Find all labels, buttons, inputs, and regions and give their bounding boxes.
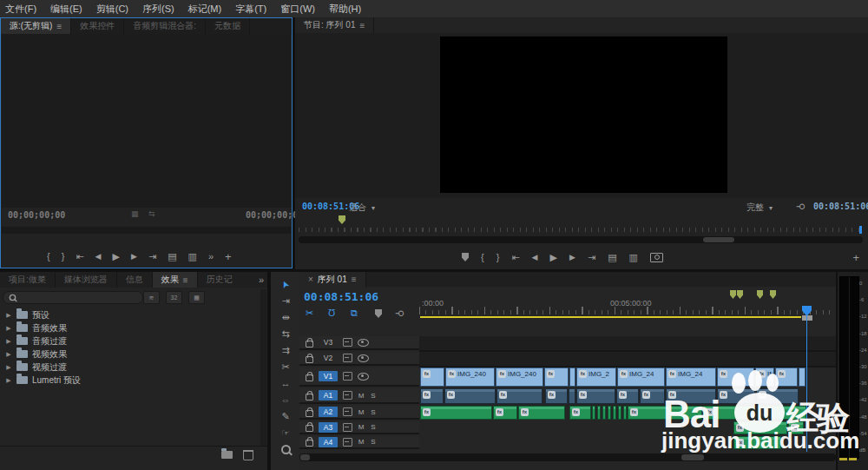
sequence-marker-icon[interactable]	[737, 290, 743, 299]
tab-history[interactable]: 历史记	[198, 272, 241, 288]
audio-video-toggle-icon[interactable]: ⇆	[148, 209, 155, 218]
rolling-edit-tool[interactable]: ⇆	[276, 327, 295, 341]
track-badge-v3[interactable]: V3	[319, 337, 338, 348]
menu-marker[interactable]: 标记(M)	[188, 3, 222, 16]
twirl-arrow-icon[interactable]: ▶	[5, 325, 12, 332]
insert-button[interactable]: ▤	[168, 251, 176, 262]
track-content-v1[interactable]: fx fx IMG_240 fx IMG_240 fx fx fx IMG_2 …	[0, 367, 836, 387]
menu-file[interactable]: 文件(F)	[5, 3, 36, 16]
panel-menu-icon[interactable]: ≡	[56, 22, 62, 31]
menu-window[interactable]: 窗口(W)	[280, 3, 315, 16]
add-button-editor[interactable]: +	[225, 250, 232, 263]
work-area-bar[interactable]	[420, 316, 801, 318]
audio-clip[interactable]: fx	[613, 406, 616, 420]
export-frame-button[interactable]	[650, 253, 663, 262]
timeline-scrollbar[interactable]	[299, 453, 836, 461]
video-clip[interactable]: fx IMG	[755, 367, 774, 387]
tab-media-browser[interactable]: 媒体浏览器	[56, 272, 117, 288]
tab-project[interactable]: 项目:做菜	[0, 272, 56, 288]
tab-effects[interactable]: 效果 ≡	[153, 272, 198, 288]
linked-selection-icon[interactable]: ⧉	[351, 308, 358, 319]
audio-clip[interactable]: fx	[666, 388, 716, 404]
audio-clip[interactable]: fx	[420, 388, 444, 404]
timeline-settings-wrench-icon[interactable]: ⚲	[394, 309, 405, 316]
audio-clip[interactable]: fx	[703, 406, 755, 420]
audio-clip[interactable]: fx	[576, 388, 615, 404]
audio-clip[interactable]: fx	[493, 406, 517, 420]
audio-clip[interactable]: fx	[602, 406, 606, 420]
step-forward-button[interactable]: ▶	[131, 252, 137, 261]
playhead-line[interactable]	[806, 315, 807, 452]
panel-menu-icon[interactable]: ≡	[183, 275, 188, 285]
go-to-in-button[interactable]: ⇤	[76, 251, 83, 262]
track-badge-v2[interactable]: V2	[319, 353, 338, 363]
twirl-arrow-icon[interactable]: ▶	[5, 338, 12, 345]
playback-resolution-dropdown[interactable]: 完整 ▾	[746, 202, 773, 214]
mark-out-button[interactable]: }	[62, 251, 65, 261]
step-back-button[interactable]: ◀	[532, 253, 538, 261]
tab-effect-controls[interactable]: 效果控件	[71, 18, 124, 34]
panel-menu-icon[interactable]: ≡	[352, 275, 357, 284]
go-to-in-button[interactable]: ⇤	[511, 252, 519, 263]
video-clip[interactable]: fx	[717, 367, 754, 387]
video-clip[interactable]: fx IMG_24	[617, 367, 665, 387]
add-button-editor[interactable]: +	[852, 251, 859, 264]
audio-clip[interactable]: fx	[640, 388, 665, 404]
video-clip[interactable]: fx IMG_240	[496, 367, 543, 387]
lock-icon[interactable]	[306, 341, 313, 348]
rate-stretch-tool[interactable]: ⇉	[276, 343, 295, 357]
audio-clip[interactable]: fx	[420, 406, 492, 420]
audio-clip[interactable]: fx	[569, 388, 575, 404]
audio-clip[interactable]: fx	[618, 406, 621, 420]
sequence-marker-icon[interactable]	[757, 290, 763, 299]
go-to-out-button[interactable]: ⇥	[588, 252, 595, 263]
eye-icon[interactable]	[358, 339, 369, 347]
go-to-out-button[interactable]: ⇥	[148, 251, 156, 262]
video-clip[interactable]: fx	[544, 367, 569, 387]
video-clip[interactable]: fx	[775, 367, 798, 387]
sync-lock-icon[interactable]	[343, 338, 352, 347]
tab-sequence-01[interactable]: × 序列 01 ≡	[299, 272, 366, 288]
video-clip[interactable]: fx	[569, 367, 575, 387]
fit-zoom-dropdown[interactable]: 适合 ▾	[349, 202, 375, 214]
track-content-v2[interactable]	[419, 352, 836, 367]
program-playhead-tick[interactable]	[859, 226, 862, 234]
audio-clip[interactable]: fx	[616, 388, 639, 404]
new-bin-button[interactable]	[221, 451, 233, 459]
video-clip[interactable]: fx IMG_2	[576, 367, 616, 387]
mark-in-button[interactable]: {	[47, 251, 50, 261]
audio-clip[interactable]: fx	[623, 406, 627, 420]
source-zoom-scrollbar[interactable]	[2, 227, 291, 234]
twirl-arrow-icon[interactable]: ▶	[5, 312, 12, 319]
video-clip[interactable]: fx	[420, 367, 444, 387]
menu-title[interactable]: 字幕(T)	[235, 3, 266, 16]
effects-tree-row[interactable]: ▶ 音频效果	[0, 321, 257, 334]
menu-help[interactable]: 帮助(H)	[329, 3, 361, 16]
audio-clip[interactable]: fx	[569, 406, 591, 420]
close-icon[interactable]: ×	[308, 275, 313, 284]
menu-clip[interactable]: 剪辑(C)	[96, 3, 128, 16]
audio-clip[interactable]: fx	[756, 406, 806, 420]
twirl-arrow-icon[interactable]: ▶	[5, 351, 12, 358]
overwrite-button[interactable]: ▥	[188, 251, 197, 262]
step-back-button[interactable]: ◀	[95, 252, 102, 261]
effects-tree-row[interactable]: ▶ 预设	[0, 308, 257, 321]
lock-icon[interactable]	[306, 356, 313, 363]
video-clip[interactable]: fx IMG_240	[445, 367, 495, 387]
selection-tool[interactable]: ➤	[276, 277, 295, 291]
audio-clip[interactable]: fx	[545, 388, 568, 404]
track-content-a4[interactable]: fx	[0, 436, 836, 449]
work-area-end-handle[interactable]	[802, 315, 812, 321]
add-marker-button[interactable]	[462, 253, 469, 261]
track-content-a2[interactable]: fx fx fx fx fx fx fx fx fx fx fx fx	[0, 406, 836, 420]
audio-clip[interactable]: fx	[592, 406, 595, 420]
sync-lock-icon[interactable]	[343, 354, 352, 362]
track-content-v3[interactable]	[419, 336, 836, 352]
settings-wrench-icon[interactable]: ⚲	[795, 202, 806, 209]
mark-out-button[interactable]: }	[496, 252, 500, 262]
audio-clip[interactable]: fx	[756, 388, 799, 404]
tab-program[interactable]: 节目: 序列 01 ≡	[295, 17, 374, 33]
more-buttons-chevron[interactable]: »	[208, 251, 214, 261]
step-forward-button[interactable]: ▶	[569, 253, 575, 261]
delete-button[interactable]	[243, 450, 253, 460]
